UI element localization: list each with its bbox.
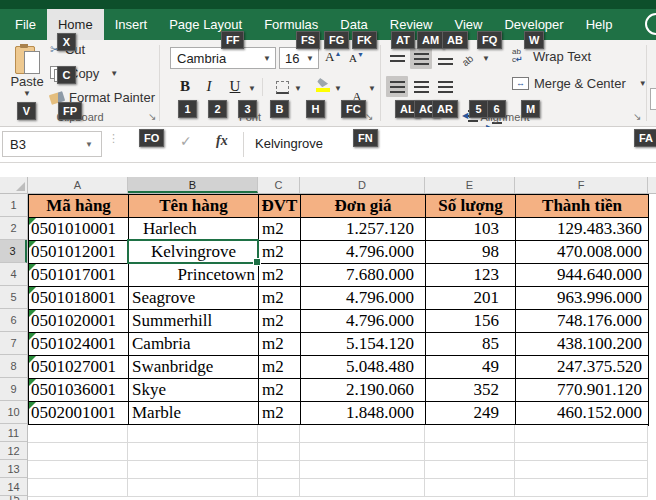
align-middle-button[interactable] xyxy=(410,48,432,69)
header-cell[interactable]: Thành tiền xyxy=(516,195,649,218)
empty-cell[interactable] xyxy=(425,461,515,479)
cell[interactable]: 0501012001 xyxy=(29,241,129,264)
paste-button[interactable]: Paste ▼ xyxy=(6,44,48,98)
tab-file[interactable]: File xyxy=(4,9,47,40)
row-header-15[interactable]: 15 xyxy=(0,496,27,500)
cell[interactable]: 0501010001 xyxy=(29,218,129,241)
insert-function-button[interactable]: fx xyxy=(216,133,228,149)
cell[interactable]: 470.008.000 xyxy=(516,241,649,264)
empty-cell[interactable] xyxy=(425,479,515,497)
orientation-caret[interactable]: ▼ xyxy=(482,54,490,63)
cell[interactable]: 85 xyxy=(426,333,516,356)
cell[interactable]: 438.100.200 xyxy=(516,333,649,356)
cell[interactable]: 0501017001 xyxy=(29,264,129,287)
cell[interactable]: 1.257.120 xyxy=(301,218,426,241)
row-header-9[interactable]: 9 xyxy=(0,378,27,401)
column-header-d[interactable]: D xyxy=(300,177,425,193)
cell[interactable]: 2.190.060 xyxy=(301,379,426,402)
tab-review[interactable]: Review xyxy=(379,9,444,40)
empty-cell[interactable] xyxy=(128,443,258,461)
font-name-combo[interactable]: Cambria ▼ xyxy=(170,47,276,69)
empty-cell[interactable] xyxy=(300,443,425,461)
font-color-caret[interactable]: ▼ xyxy=(368,84,376,93)
tab-view[interactable]: View xyxy=(443,9,493,40)
paste-dropdown-caret[interactable]: ▼ xyxy=(6,89,48,98)
cell[interactable]: Swanbridge xyxy=(129,356,259,379)
empty-cell[interactable] xyxy=(258,461,300,479)
row-header-10[interactable]: 10 xyxy=(0,401,27,424)
cell[interactable]: m2 xyxy=(259,379,301,402)
merge-center-button[interactable]: ↔ Merge & Center ▼ xyxy=(512,76,647,91)
cell[interactable]: 98 xyxy=(426,241,516,264)
empty-cell[interactable] xyxy=(300,425,425,443)
font-color-icon[interactable]: A xyxy=(350,90,364,107)
empty-cell[interactable] xyxy=(258,425,300,443)
empty-cell[interactable] xyxy=(515,479,648,497)
bold-button[interactable]: B xyxy=(176,78,194,95)
cell[interactable]: 0501027001 xyxy=(29,356,129,379)
empty-cell[interactable] xyxy=(128,479,258,497)
align-left-button[interactable] xyxy=(386,76,408,97)
tab-formulas[interactable]: Formulas xyxy=(253,9,329,40)
borders-icon[interactable] xyxy=(276,81,289,94)
fill-handle[interactable] xyxy=(253,258,261,266)
clipboard-dialog-launcher-icon[interactable]: ↘ xyxy=(148,112,156,122)
row-header-3[interactable]: 3 xyxy=(0,240,27,263)
font-name-caret[interactable]: ▼ xyxy=(263,54,275,63)
formula-input[interactable]: Kelvingrove xyxy=(255,136,323,151)
row-header-2[interactable]: 2 xyxy=(0,217,27,240)
name-box-caret[interactable]: ▼ xyxy=(85,140,101,149)
cell[interactable]: 0501018001 xyxy=(29,287,129,310)
cell[interactable]: 0502001001 xyxy=(29,402,129,426)
tab-page-layout[interactable]: Page Layout xyxy=(158,9,253,40)
increase-font-size-button[interactable]: A▲ xyxy=(325,49,341,65)
header-cell[interactable]: Số lượng xyxy=(426,195,516,218)
column-header-f[interactable]: F xyxy=(515,177,648,193)
cell[interactable]: m2 xyxy=(259,218,301,241)
column-header-c[interactable]: C xyxy=(258,177,300,193)
cell[interactable]: 249 xyxy=(426,402,516,426)
header-cell[interactable]: Tên hàng xyxy=(129,195,259,218)
row-header-11[interactable]: 11 xyxy=(0,424,27,442)
row-header-14[interactable]: 14 xyxy=(0,478,27,496)
row-header-13[interactable]: 13 xyxy=(0,460,27,478)
cell[interactable]: 129.483.360 xyxy=(516,218,649,241)
cell[interactable]: Skye xyxy=(129,379,259,402)
header-cell[interactable]: Đơn giá xyxy=(301,195,426,218)
row-header-8[interactable]: 8 xyxy=(0,355,27,378)
cell[interactable]: Summerhill xyxy=(129,310,259,333)
cell[interactable]: 123 xyxy=(426,264,516,287)
tab-insert[interactable]: Insert xyxy=(104,9,159,40)
cell[interactable]: 0501024001 xyxy=(29,333,129,356)
fill-color-caret[interactable]: ▼ xyxy=(334,84,342,93)
font-size-caret[interactable]: ▼ xyxy=(306,54,318,63)
cancel-button[interactable]: × xyxy=(142,133,150,149)
cell[interactable]: Cambria xyxy=(129,333,259,356)
cell[interactable]: m2 xyxy=(259,333,301,356)
alignment-dialog-launcher-icon[interactable]: ↘ xyxy=(633,112,641,122)
column-header-e[interactable]: E xyxy=(425,177,515,193)
number-format-combo-partial[interactable] xyxy=(650,88,656,110)
empty-cell[interactable] xyxy=(515,425,648,443)
format-painter-button[interactable]: Format Painter xyxy=(50,90,155,105)
cell[interactable]: 4.796.000 xyxy=(301,241,426,264)
fill-color-icon[interactable] xyxy=(316,79,330,92)
empty-cell[interactable] xyxy=(128,425,258,443)
copy-dropdown-caret[interactable]: ▼ xyxy=(110,69,118,78)
column-header-b[interactable]: B xyxy=(128,177,258,193)
tab-developer[interactable]: Developer xyxy=(493,9,574,40)
enter-button[interactable]: ✓ xyxy=(180,133,192,149)
empty-cell[interactable] xyxy=(515,461,648,479)
empty-cell[interactable] xyxy=(515,443,648,461)
empty-cell[interactable] xyxy=(258,443,300,461)
cell[interactable]: 49 xyxy=(426,356,516,379)
header-cell[interactable]: ĐVT xyxy=(259,195,301,218)
font-size-combo[interactable]: 16 ▼ xyxy=(279,47,319,69)
cell[interactable]: m2 xyxy=(259,287,301,310)
cell[interactable]: m2 xyxy=(259,402,301,426)
cell[interactable]: Seagrove xyxy=(129,287,259,310)
empty-cell[interactable] xyxy=(128,461,258,479)
cell[interactable]: 103 xyxy=(426,218,516,241)
row-header-12[interactable]: 12 xyxy=(0,442,27,460)
cell[interactable]: 7.680.000 xyxy=(301,264,426,287)
